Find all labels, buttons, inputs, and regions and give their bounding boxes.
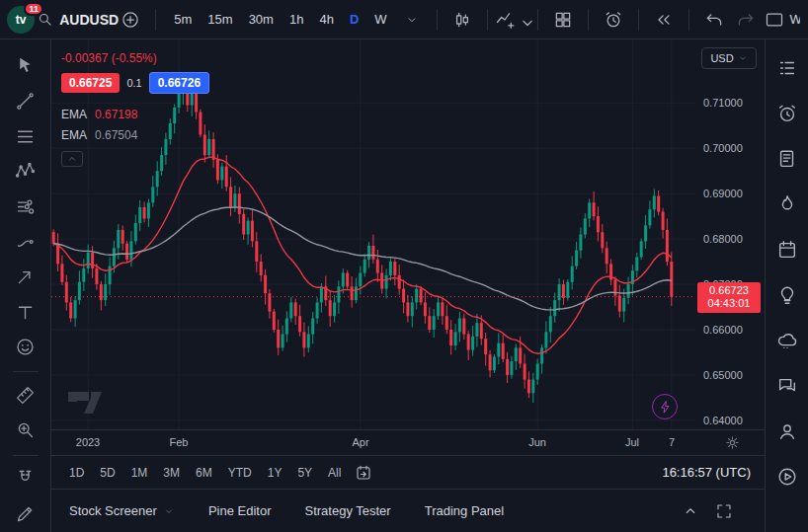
range-5y[interactable]: 5Y [289,462,320,484]
ruler-icon [15,385,36,406]
ema-legend-row[interactable]: EMA0.67198 [61,104,209,124]
streams-panel-button[interactable] [769,415,805,460]
cursor-tool[interactable] [8,49,43,83]
minds-panel-button[interactable] [769,324,805,369]
range-1y[interactable]: 1Y [260,462,290,484]
tab-stock-screener[interactable]: Stock Screener [69,503,175,518]
panel-collapse-button[interactable] [682,502,699,520]
text-tool[interactable] [8,295,43,329]
undo-button[interactable] [699,5,729,35]
price-tick: 0.70000 [703,142,743,154]
timeframe-5m[interactable]: 5m [166,6,200,34]
watchlist-panel-button[interactable] [769,51,805,97]
toolbar-divider [688,9,689,31]
magnet-tool[interactable] [8,462,43,495]
trend-line-tool[interactable] [8,85,43,118]
calendar-panel-button[interactable] [769,233,805,278]
ruler-tool[interactable] [8,378,43,412]
hotlists-icon [776,193,798,215]
tab-trading-panel[interactable]: Trading Panel [425,503,504,518]
tradingview-logo[interactable]: tv 11 [6,5,40,35]
news-panel-button[interactable] [769,142,805,188]
go-to-date-button[interactable] [355,464,372,482]
shows-panel-button[interactable] [769,460,805,505]
range-1d[interactable]: 1D [61,462,92,484]
forecast-tool[interactable] [8,190,43,223]
top-toolbar: tv 11 AUDUSD 5m15m30m1h4hDW [0,0,808,39]
timeframe-D[interactable]: D [342,6,366,34]
range-3m[interactable]: 3M [155,462,188,484]
trend-line-icon [15,91,36,112]
chat-panel-button[interactable] [769,369,805,415]
timeframe-4h[interactable]: 4h [311,6,341,34]
legend-collapse-button[interactable] [61,151,83,167]
chart-legend: -0.00367 (-0.55%) 0.66725 0.1 0.66726 EM… [61,51,209,167]
symbol-search-button[interactable]: AUDUSD [41,5,114,35]
edit-tool[interactable] [8,496,43,530]
plus-circle-icon [121,10,140,30]
layout-grid-button[interactable] [548,5,578,35]
chart-style-button[interactable] [447,5,477,35]
panel-maximize-button[interactable] [715,502,733,520]
chart-row: -0.00367 (-0.55%) 0.66725 0.1 0.66726 EM… [51,39,765,429]
range-1m[interactable]: 1M [123,462,156,484]
time-axis[interactable]: 2023FebAprJunJul7 [51,429,765,455]
price-tick: 0.69000 [703,188,743,199]
bar-replay-button[interactable] [649,5,679,35]
xabcd-pattern-tool[interactable] [8,155,43,189]
redo-button[interactable] [731,5,761,35]
calendar-icon [776,239,798,261]
alerts-panel-button[interactable] [769,97,805,142]
ema-legend-row[interactable]: EMA0.67504 [61,124,209,145]
range-6m[interactable]: 6M [188,462,220,484]
symbol-name: AUDUSD [59,12,119,28]
server-clock[interactable]: 16:16:57 (UTC) [662,465,755,480]
gear-icon [724,434,741,451]
content-row: -0.00367 (-0.55%) 0.66725 0.1 0.66726 EM… [0,39,808,532]
indicators-button[interactable] [498,5,528,35]
range-all[interactable]: All [320,462,349,484]
timeframe-15m[interactable]: 15m [200,6,240,34]
xabcd-pattern-icon [15,161,36,182]
ideas-panel-button[interactable] [769,278,805,324]
timeframe-1h[interactable]: 1h [282,6,311,34]
ema-value: 0.67504 [95,128,137,142]
time-axis-label: Jun [528,436,546,448]
tab-strategy-tester[interactable]: Strategy Tester [304,503,390,518]
compare-add-symbol-button[interactable] [116,5,145,35]
redo-icon [736,10,756,30]
zoom-tool[interactable] [8,414,43,447]
timeframe-30m[interactable]: 30m [241,6,282,34]
toolbar-divider [155,9,156,31]
fib-retracement-tool[interactable] [8,119,43,153]
indicator-legend: EMA0.67198EMA0.67504 [61,104,209,145]
news-icon [776,148,798,170]
alerts-icon [776,103,798,124]
watchlist-icon [776,57,798,79]
chart-canvas[interactable]: -0.00367 (-0.55%) 0.66725 0.1 0.66726 EM… [51,39,695,429]
arrow-marker-tool[interactable] [8,261,43,294]
timeframe-W[interactable]: W [366,6,394,34]
axis-settings-gear[interactable] [724,434,741,451]
timeframe-menu-button[interactable] [397,5,427,35]
ema-value: 0.67198 [95,108,137,121]
brush-tool[interactable] [8,225,43,259]
sell-button[interactable]: 0.66725 [61,73,120,93]
tab-pine-editor[interactable]: Pine Editor [208,503,272,518]
currency-unit-dropdown[interactable]: USD [701,47,757,69]
range-ytd[interactable]: YTD [220,462,260,484]
candles-icon [452,10,472,30]
price-scale[interactable]: USD 0.710000.700000.690000.680000.670000… [695,39,765,429]
hotlists-panel-button[interactable] [769,188,805,233]
chevron-down-icon [405,13,419,27]
buy-button[interactable]: 0.66726 [149,72,209,94]
arrow-marker-icon [15,266,36,287]
create-alert-button[interactable] [599,5,628,35]
ema-label: EMA [61,128,87,142]
quick-trade-bolt-button[interactable] [652,394,678,419]
save-layout-button[interactable]: Wea [765,10,800,30]
time-axis-label: 7 [669,436,675,448]
emoji-tool[interactable] [8,331,43,364]
chart-column: -0.00367 (-0.55%) 0.66725 0.1 0.66726 EM… [51,39,765,532]
range-5d[interactable]: 5D [92,462,122,484]
